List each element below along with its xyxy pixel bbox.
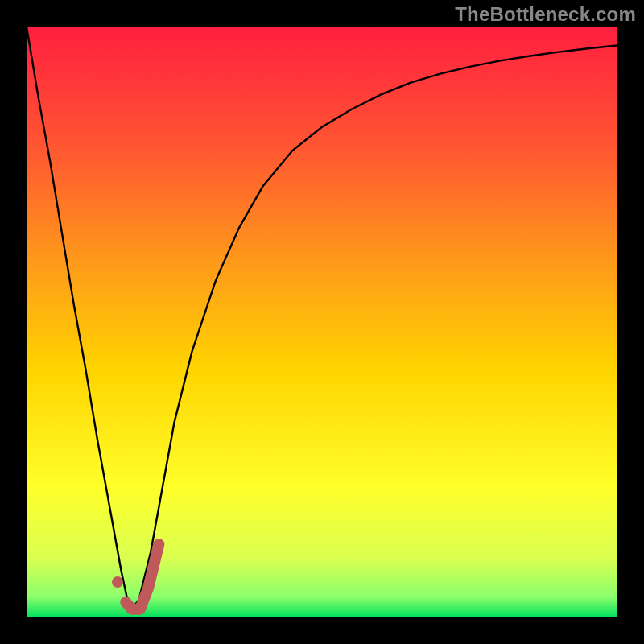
plot-area (27, 27, 617, 617)
watermark-text: TheBottleneck.com (455, 3, 636, 26)
heat-gradient (27, 27, 617, 617)
svg-rect-0 (27, 27, 617, 617)
chart-frame: TheBottleneck.com (0, 0, 644, 644)
